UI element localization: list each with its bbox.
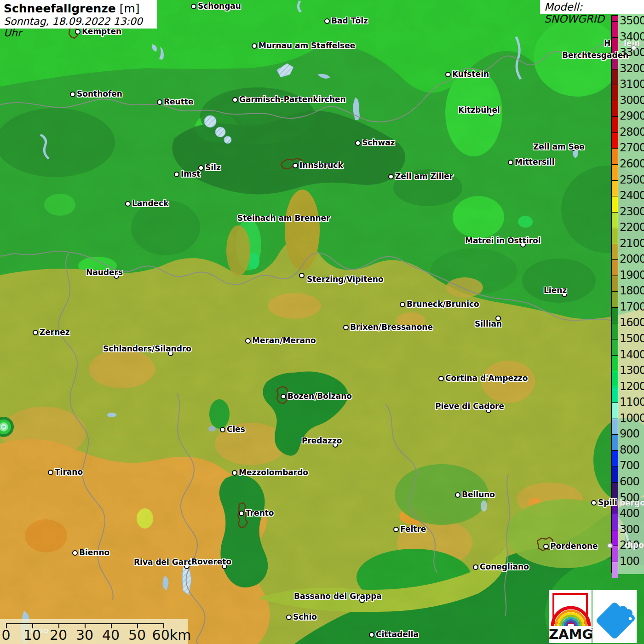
scalebar-number: 40 (102, 627, 120, 643)
faded-city-label: dipo (625, 540, 644, 550)
scalebar-number: 50 (128, 627, 146, 643)
mountain-cloud-icon (592, 590, 637, 643)
zamg-logo-text: ZAMG (549, 627, 592, 642)
scalebar-number: 30 (76, 627, 93, 643)
weather-map-page: 3500340033003200310030002900280027002600… (0, 0, 644, 644)
scalebar-number: 0 (1, 627, 10, 643)
scalebar-number: 60km (152, 627, 191, 643)
title-parameter: Schneefallgrenze (4, 2, 116, 15)
faded-city-label: bergo (620, 498, 644, 507)
zamg-logo: ZAMG (549, 590, 592, 643)
partner-logo (592, 590, 637, 643)
rainbow-arc (567, 622, 575, 626)
title-unit: [m] (120, 2, 140, 15)
faded-city-dot (607, 543, 613, 548)
distance-scalebar: 0102030405060km (0, 619, 188, 644)
scalebar-number: 20 (50, 627, 67, 643)
scalebar-number: 10 (23, 627, 41, 643)
faded-label-layer: leinbergodipoIseo (0, 0, 644, 644)
page-title: Schneefallgrenze [m] (4, 2, 157, 15)
zamg-rainbow-icon (549, 596, 592, 629)
model-label: Modell: SNOWGRID (540, 0, 644, 14)
title-box: Schneefallgrenze [m] Sonntag, 18.09.2022… (0, 0, 157, 29)
title-datetime: Sonntag, 18.09.2022 13:00 Uhr (4, 16, 157, 39)
faded-city-dot (631, 45, 637, 51)
